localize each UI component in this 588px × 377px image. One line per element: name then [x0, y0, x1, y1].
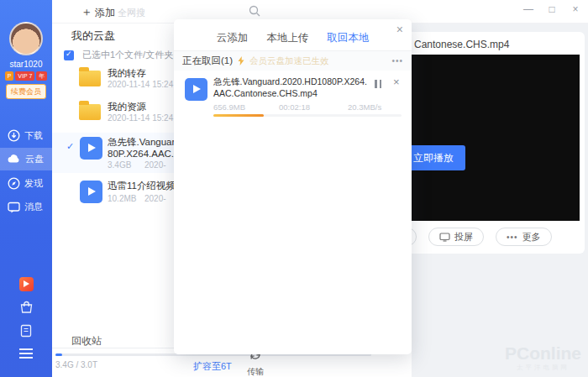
search-icon[interactable]	[249, 5, 260, 20]
sidebar-item-label: 云盘	[25, 153, 44, 165]
vip-level-badge: VIP 7	[15, 71, 34, 81]
close-button[interactable]: ×	[570, 3, 581, 15]
video-area[interactable]: 立即播放	[410, 55, 580, 221]
task-close-icon[interactable]: ×	[393, 76, 400, 88]
task-progress-bar	[213, 114, 402, 117]
maximize-button[interactable]: □	[546, 3, 558, 15]
file-size: 3.4GB	[108, 160, 131, 170]
task-menu-button[interactable]: •••	[391, 56, 403, 65]
file-name: 我的资源	[108, 101, 146, 113]
member-badge: P	[5, 71, 14, 81]
add-button[interactable]: ＋添加	[81, 5, 115, 20]
retrieving-section-header: 正在取回(1) 会员云盘加速已生效 •••	[174, 51, 412, 71]
row-checkmark-icon[interactable]	[66, 141, 74, 152]
minimize-button[interactable]: —	[522, 3, 534, 15]
player-card: Cantonese.CHS.mp4 立即播放 投屏 ••• 更多	[403, 32, 585, 254]
sidebar-item-label: 发现	[24, 177, 43, 190]
search-hint[interactable]: 全网搜	[118, 7, 145, 19]
task-stats: 656.9MB 00:02:18 20.3MB/s	[213, 102, 400, 112]
selection-bar: 已选中1个文件/文件夹	[64, 49, 173, 61]
task-time: 00:02:18	[279, 102, 348, 112]
storage-fill	[55, 353, 62, 356]
retrieve-modal: × 云添加 本地上传 取回本地 正在取回(1) 会员云盘加速已生效 ••• 急先…	[174, 19, 412, 354]
notes-icon[interactable]	[0, 324, 52, 338]
download-icon	[8, 129, 20, 142]
file-date: 2020-11-14 15:24	[108, 80, 173, 89]
year-badge: 年	[36, 71, 47, 81]
file-size: 10.2MB	[108, 194, 136, 203]
shop-icon[interactable]	[0, 301, 52, 314]
renew-membership-button[interactable]: 续费会员	[6, 84, 46, 99]
plus-icon: ＋	[81, 5, 92, 18]
cast-icon	[439, 233, 450, 242]
storage-usage: 3.4G / 3.0T	[55, 360, 97, 369]
vip-speed-note: 会员云盘加速已生效	[249, 55, 386, 67]
lightning-icon	[238, 56, 244, 65]
hamburger-menu-icon[interactable]	[0, 348, 52, 359]
file-date: 2020-	[144, 194, 166, 203]
sidebar-item-label: 消息	[24, 201, 43, 213]
sidebar-item-label: 下载	[24, 129, 43, 142]
sidebar: star1020 P VIP 7 年 续费会员 下载 云盘 发现 消息	[0, 0, 52, 377]
file-name: 我的转存	[108, 67, 146, 80]
selection-count: 已选中1个文件/文件夹	[82, 49, 173, 61]
file-date: 2020-11-14 15:24	[108, 113, 173, 123]
page-title: 我的云盘	[71, 29, 115, 44]
recycle-bin-item[interactable]: 回收站	[71, 334, 102, 348]
sidebar-item-messages[interactable]: 消息	[0, 196, 52, 218]
more-button[interactable]: ••• 更多	[496, 228, 552, 246]
task-size: 656.9MB	[213, 102, 279, 112]
badge-row: P VIP 7 年	[0, 71, 52, 81]
more-icon: •••	[507, 233, 518, 242]
message-icon	[8, 202, 20, 213]
video-file-icon	[80, 137, 102, 160]
avatar[interactable]	[9, 22, 43, 55]
pause-icon[interactable]	[374, 80, 382, 88]
cast-button[interactable]: 投屏	[428, 228, 484, 246]
compass-icon	[8, 177, 20, 190]
task-progress-fill	[213, 114, 264, 117]
retrieving-count: 正在取回(1)	[182, 55, 233, 67]
retrieve-task-row[interactable]: 急先锋.Vanguard.2020.HD1080P.X264.AAC.Canto…	[174, 71, 412, 123]
player-actions: 投屏 ••• 更多	[403, 228, 585, 246]
sidebar-item-cloud[interactable]: 云盘	[0, 148, 52, 170]
folder-icon	[79, 104, 101, 120]
username: star1020	[0, 60, 52, 69]
player-filename: Cantonese.CHS.mp4	[414, 39, 579, 50]
select-checkbox[interactable]	[64, 50, 74, 60]
file-date: 2020-	[144, 160, 166, 170]
task-speed: 20.3MB/s	[348, 102, 400, 112]
sidebar-item-discover[interactable]: 发现	[0, 172, 52, 195]
promo-app-icon[interactable]	[0, 277, 52, 291]
upgrade-storage-link[interactable]: 扩容至6T	[193, 360, 232, 373]
task-video-icon	[185, 78, 207, 101]
task-filename: 急先锋.Vanguard.2020.HD1080P.X264.AAC.Canto…	[213, 76, 370, 99]
video-file-icon	[80, 181, 102, 203]
folder-icon	[79, 71, 101, 86]
sidebar-item-download[interactable]: 下载	[0, 124, 52, 147]
watermark: PConline 太平洋电脑网	[505, 343, 581, 372]
cloud-icon	[8, 153, 21, 165]
